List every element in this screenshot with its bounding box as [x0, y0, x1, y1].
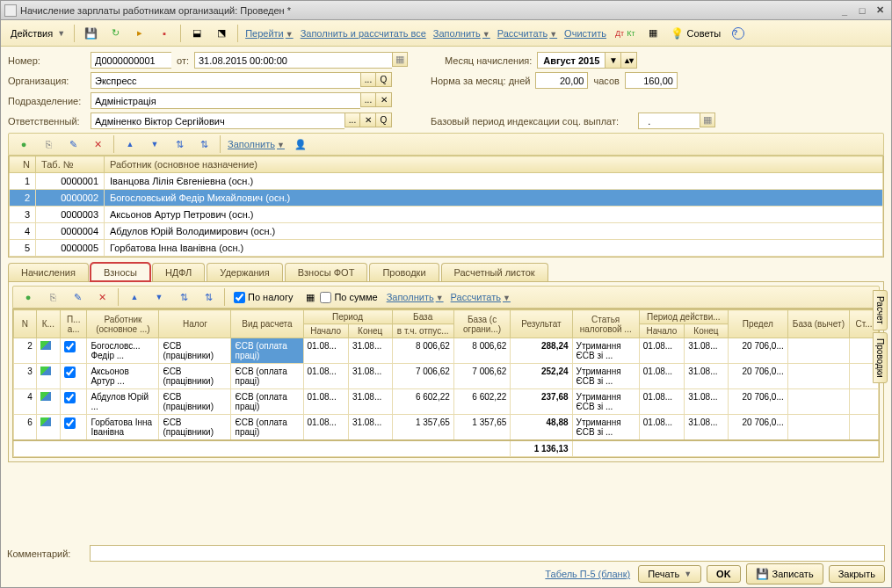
con-sort-az-icon[interactable] [172, 287, 195, 307]
resp-select-icon[interactable]: ... [344, 113, 360, 127]
org-label: Организация: [8, 76, 85, 86]
contributions-grid[interactable]: NК...П... а...Работник (основное ...)Нал… [12, 309, 880, 458]
tab-payslip[interactable]: Расчетный листок [441, 263, 548, 281]
norm-hours-input[interactable] [625, 72, 678, 89]
con-copy-icon[interactable] [41, 287, 64, 307]
dept-label: Подразделение: [8, 96, 85, 106]
toolbar-save-icon[interactable] [79, 24, 102, 43]
con-calc-menu[interactable]: Рассчитать▼ [448, 290, 513, 304]
emp-del-icon[interactable] [86, 134, 109, 154]
con-edit-icon[interactable] [66, 287, 89, 307]
con-sort-za-icon[interactable] [197, 287, 220, 307]
tab-ndfl[interactable]: НДФЛ [152, 263, 205, 281]
close-window-button[interactable]: Закрыть [829, 565, 885, 583]
print-button[interactable]: Печать▼ [638, 565, 701, 583]
window-title: Начисление зарплаты работникам организац… [20, 5, 837, 16]
close-button[interactable]: ✕ [872, 4, 888, 18]
emp-up-icon[interactable] [119, 134, 141, 154]
by-tax-toggle[interactable]: По налогу [229, 289, 297, 306]
resp-clear-icon[interactable]: ✕ [360, 113, 376, 127]
con-del-icon[interactable] [91, 287, 113, 307]
tab-deductions[interactable]: Удержания [207, 263, 282, 281]
from-label: от: [177, 55, 189, 66]
emp-row[interactable]: 10000001Іванцова Лілія Євгеніевна (осн.) [10, 173, 883, 190]
norm-days-input[interactable] [535, 72, 588, 89]
tab-strip: Начисления Взносы НДФЛ Удержания Взносы … [8, 263, 884, 281]
emp-row[interactable]: 20000002Богословський Федір Михайлович (… [10, 190, 883, 207]
tab-wagefund[interactable]: Взносы ФОТ [285, 263, 368, 281]
comment-input[interactable] [90, 545, 885, 562]
minimize-button[interactable]: _ [837, 4, 852, 18]
emp-row[interactable]: 30000003Аксьонов Артур Петрович (осн.) [10, 207, 883, 223]
month-selector[interactable]: Август 2015 ▼ ▴▾ [537, 52, 637, 69]
toolbar-unpost-icon[interactable]: ▪ [153, 24, 176, 43]
contrib-row[interactable]: 2Богословс... Федір ...ЄСВ (працівники)Є… [14, 338, 879, 364]
emp-add-icon[interactable] [12, 134, 35, 154]
index-label: Базовый период индексации соц. выплат: [431, 116, 619, 127]
month-spin-icon[interactable]: ▴▾ [620, 53, 636, 68]
sidetab-postings[interactable]: Проводки [873, 332, 888, 384]
employee-grid[interactable]: NТаб. №Работник (основное назначение)100… [8, 156, 884, 258]
goto-menu[interactable]: Перейти▼ [243, 26, 296, 40]
emp-edit-icon[interactable] [62, 134, 84, 154]
emp-sort-az-icon[interactable] [168, 134, 191, 154]
calc-menu[interactable]: Рассчитать▼ [495, 26, 560, 40]
fill-menu[interactable]: Заполнить▼ [431, 26, 493, 40]
hours-label: часов [593, 76, 619, 86]
tabel-button[interactable]: Табель П-5 (бланк) [542, 567, 633, 581]
dept-input[interactable] [91, 92, 360, 109]
resp-input[interactable] [91, 113, 344, 129]
contrib-row[interactable]: 3Аксьонов Артур ...ЄСВ (працівники)ЄСВ (… [14, 364, 879, 389]
index-calendar-icon[interactable] [700, 113, 715, 127]
dept-select-icon[interactable]: ... [360, 92, 376, 107]
by-sum-toggle[interactable]: ▦ По сумме [299, 287, 381, 307]
tab-postings[interactable]: Проводки [369, 263, 439, 281]
resp-label: Ответственный: [8, 116, 85, 127]
contrib-row[interactable]: 4Абдулов Юрій ...ЄСВ (працівники)ЄСВ (оп… [14, 389, 879, 415]
toolbar-post-icon[interactable]: ▸ [128, 24, 151, 43]
toolbar-dt-kt-icon[interactable]: ДтКт [611, 26, 640, 40]
dept-clear-icon[interactable]: ✕ [376, 92, 392, 107]
emp-sort-za-icon[interactable] [192, 134, 215, 154]
actions-menu[interactable]: Действия▼ [6, 25, 69, 41]
month-dropdown-icon[interactable]: ▼ [605, 53, 620, 68]
org-input[interactable] [91, 72, 360, 89]
number-input[interactable] [91, 52, 171, 69]
con-fill-menu[interactable]: Заполнить▼ [384, 290, 446, 304]
emp-down-icon[interactable] [143, 134, 166, 154]
con-add-icon[interactable] [17, 287, 40, 307]
clear-button[interactable]: Очистить [562, 26, 609, 40]
con-down-icon[interactable] [148, 287, 170, 307]
emp-copy-icon[interactable] [37, 134, 60, 154]
contrib-row[interactable]: 6Горбатова Інна ІванівнаЄСВ (працівники)… [14, 415, 879, 441]
resp-open-icon[interactable]: Q [376, 113, 392, 127]
sidetab-calc[interactable]: Расчет [873, 290, 888, 330]
org-open-icon[interactable]: Q [376, 72, 392, 87]
toolbar-report-icon[interactable]: ▦ [642, 24, 664, 43]
toolbar-reload-icon[interactable]: ↻ [104, 24, 127, 43]
employee-toolbar: Заполнить▼ 👤 [8, 133, 884, 156]
emp-fill-menu[interactable]: Заполнить▼ [225, 137, 287, 151]
tips-button[interactable]: Советы [666, 24, 725, 43]
fill-calc-all-button[interactable]: Заполнить и рассчитать все [298, 26, 429, 40]
tab-accruals[interactable]: Начисления [8, 263, 89, 281]
toolbar-link-icon[interactable]: ⬔ [210, 24, 233, 43]
save-button[interactable]: Записать [746, 563, 823, 584]
ok-button[interactable]: OK [707, 565, 741, 583]
tab-contributions[interactable]: Взносы [91, 263, 150, 281]
month-label: Месяц начисления: [445, 55, 532, 66]
date-input[interactable] [194, 52, 392, 69]
emp-row[interactable]: 50000005Горбатова Інна Іванівна (осн.) [10, 240, 883, 257]
emp-row[interactable]: 40000004Абдулов Юрій Володимирович (осн.… [10, 223, 883, 240]
comment-label: Комментарий: [7, 548, 84, 559]
index-input[interactable] [638, 113, 700, 129]
help-icon[interactable] [727, 24, 750, 43]
norm-label: Норма за месяц: дней [431, 76, 530, 86]
number-label: Номер: [8, 55, 85, 66]
toolbar-struct-icon[interactable]: ⬓ [185, 24, 208, 43]
con-up-icon[interactable] [123, 287, 146, 307]
emp-person-icon[interactable]: 👤 [289, 134, 312, 154]
org-select-icon[interactable]: ... [360, 72, 376, 87]
date-calendar-icon[interactable] [392, 52, 408, 67]
maximize-button[interactable]: □ [854, 4, 870, 18]
